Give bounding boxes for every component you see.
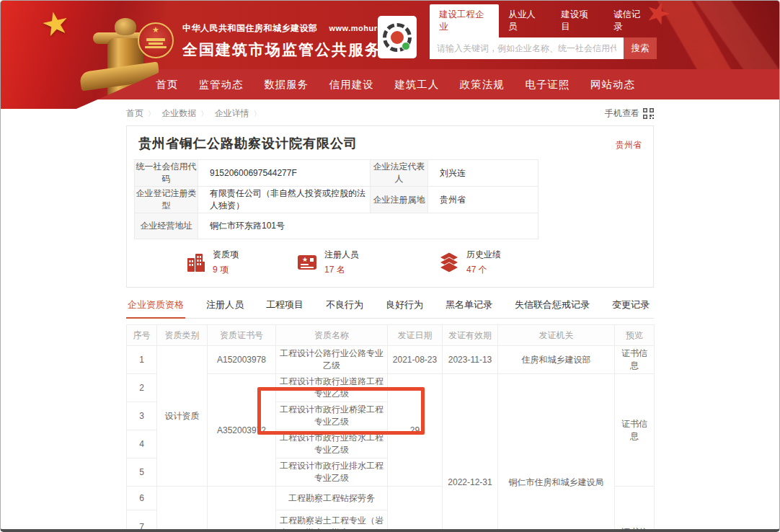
svg-text:★: ★ <box>302 256 308 263</box>
nav-item-credit[interactable]: 信用建设 <box>329 78 374 92</box>
nav-item-home[interactable]: 首页 <box>156 78 178 92</box>
stat-registered-personnel[interactable]: ★ 注册人员 17 名 <box>296 249 359 276</box>
col-qual-name: 资质名称 <box>276 325 388 346</box>
idcard-icon: ★ <box>296 252 318 273</box>
stat-label: 历史业绩 <box>466 249 501 261</box>
nav-item-policy[interactable]: 政策法规 <box>460 78 505 92</box>
stat-value: 17 名 <box>324 264 359 276</box>
national-emblem-icon: ★ <box>138 22 174 58</box>
nav-item-supervision[interactable]: 监管动态 <box>199 78 244 92</box>
search-area: 建设工程企业 从业人员 建设项目 诚信记录 搜索 <box>430 19 657 59</box>
reg-type-value: 有限责任公司（非自然人投资或控股的法人独资） <box>198 187 371 213</box>
legal-rep-label: 企业法定代表人 <box>371 160 428 187</box>
issue-date: 2021-08-23 <box>388 346 443 374</box>
credit-code-value: 91520600697544277F <box>198 160 371 187</box>
breadcrumb-enterprise-detail: 企业详情 <box>215 108 265 118</box>
qualification-name: 工程勘察岩土工程专业（岩土工程勘察（勘察））乙级 <box>276 510 388 532</box>
tab-change-records[interactable]: 变更记录 <box>611 295 651 318</box>
tab-registered-personnel[interactable]: 注册人员 <box>205 295 245 318</box>
highlight-annotation-box <box>257 387 425 435</box>
main-nav: 首页 监管动态 数据服务 信用建设 建筑工人 政策法规 电子证照 网站动态 <box>156 69 635 99</box>
page-content: 首页 企业数据 企业详情 手机查看 贵州省铜仁公路勘察设计院有限公司 贵州省 <box>126 105 654 532</box>
company-name: 贵州省铜仁公路勘察设计院有限公司 <box>138 135 358 152</box>
stat-value: 47 个 <box>466 264 501 276</box>
valid-until: 2023-11-13 <box>443 346 498 374</box>
tab-enterprise-qualification[interactable]: 企业资质资格 <box>126 295 185 319</box>
qualification-name: 工程勘察工程钻探劳务 <box>276 487 388 510</box>
search-input[interactable] <box>430 37 624 59</box>
nav-item-workers[interactable]: 建筑工人 <box>394 78 439 92</box>
tab-bad-behavior[interactable]: 不良行为 <box>324 295 365 318</box>
stat-label: 资质项 <box>213 249 239 261</box>
tab-projects[interactable]: 工程项目 <box>265 295 305 318</box>
address-value: 铜仁市环东路101号 <box>198 213 539 239</box>
breadcrumb-home[interactable]: 首页 <box>126 108 159 118</box>
tab-good-behavior[interactable]: 良好行为 <box>384 295 425 318</box>
nav-item-data-service[interactable]: 数据服务 <box>264 78 309 92</box>
company-info-table: 统一社会信用代码 91520600697544277F 企业法定代表人 刘兴连 … <box>134 159 539 239</box>
search-tab-enterprise[interactable]: 建设工程企业 <box>430 4 499 37</box>
table-header-row: 序号 资质类别 资质证书号 资质名称 发证日期 发证有效期 发证机关 预览 <box>127 325 655 346</box>
valid-until: 2022-12-31 <box>443 374 498 532</box>
qualification-name: 工程设计市政行业排水工程专业乙级 <box>276 458 388 487</box>
nav-item-site-news[interactable]: 网站动态 <box>590 78 635 92</box>
stat-history-performance[interactable]: 历史业绩 47 个 <box>438 249 501 276</box>
search-tabs: 建设工程企业 从业人员 建设项目 诚信记录 <box>430 19 657 37</box>
reg-region-label: 企业注册属地 <box>371 187 428 213</box>
qr-mini-icon <box>643 108 654 119</box>
search-tab-personnel[interactable]: 从业人员 <box>499 4 551 37</box>
cert-number: B352003972 <box>208 487 276 532</box>
category-design: 设计资质 <box>157 346 208 487</box>
building-icon <box>185 252 206 273</box>
tab-blacklist[interactable]: 黑名单记录 <box>444 295 494 318</box>
col-preview: 预览 <box>615 325 655 346</box>
company-summary-card: 贵州省铜仁公路勘察设计院有限公司 贵州省 统一社会信用代码 9152060069… <box>126 125 654 288</box>
mobile-view-button[interactable]: 手机查看 <box>605 107 654 120</box>
search-tab-credit[interactable]: 诚信记录 <box>604 4 657 37</box>
issue-date: 2021-01-28 <box>388 487 443 532</box>
tab-dishonesty-punishment[interactable]: 失信联合惩戒记录 <box>513 295 591 318</box>
province-tag: 贵州省 <box>616 139 642 151</box>
site-brand: ★ 中华人民共和国住房和城乡建设部 www.mohurd.gov.cn 全国建筑… <box>138 22 415 60</box>
stat-label: 注册人员 <box>324 249 359 261</box>
header-qr-code <box>378 16 417 58</box>
breadcrumb-enterprise-data[interactable]: 企业数据 <box>161 108 212 118</box>
col-cert-no: 资质证书号 <box>208 325 276 346</box>
certificate-info-link[interactable]: 证书信息 <box>615 374 655 487</box>
category-survey: 勘察资质 <box>157 487 208 532</box>
col-authority: 发证机关 <box>498 325 615 346</box>
breadcrumb: 首页 企业数据 企业详情 <box>126 107 265 120</box>
company-stats: 资质项 9 项 ★ 注册人员 17 名 <box>134 249 646 275</box>
search-tab-project[interactable]: 建设项目 <box>551 4 604 37</box>
certificate-info-link[interactable]: 证书信息 <box>615 487 655 532</box>
authority: 住房和城乡建设部 <box>498 346 615 374</box>
search-button[interactable]: 搜索 <box>624 37 657 59</box>
stat-qualifications[interactable]: 资质项 9 项 <box>185 249 239 276</box>
authority: 铜仁市住房和城乡建设局 <box>498 374 615 532</box>
ministry-name: 中华人民共和国住房和城乡建设部 <box>182 22 318 35</box>
detail-tabs: 企业资质资格 注册人员 工程项目 不良行为 良好行为 黑名单记录 失信联合惩戒记… <box>126 295 654 319</box>
reg-region-value: 贵州省 <box>428 187 539 213</box>
col-issue-date: 发证日期 <box>388 325 443 346</box>
col-category: 资质类别 <box>157 325 208 346</box>
gold-star-icon: ★ <box>37 2 73 44</box>
address-label: 企业经营地址 <box>135 213 198 239</box>
stat-value: 9 项 <box>213 264 239 276</box>
certificate-info-link[interactable]: 证书信息 <box>615 346 655 374</box>
layers-icon <box>438 252 460 273</box>
breadcrumb-row: 首页 企业数据 企业详情 手机查看 <box>126 105 654 121</box>
browser-window: ★ ★ ★ 中华人民共和国住房和城乡建设部 www.mohurd.gov.cn … <box>0 0 780 532</box>
site-header: ★ ★ ★ 中华人民共和国住房和城乡建设部 www.mohurd.gov.cn … <box>1 1 779 99</box>
nav-item-e-license[interactable]: 电子证照 <box>525 78 570 92</box>
col-valid-until: 发证有效期 <box>443 325 498 346</box>
reg-type-label: 企业登记注册类型 <box>135 187 198 213</box>
table-row: 1 设计资质 A152003978 工程设计公路行业公路专业乙级 2021-08… <box>127 346 655 374</box>
qualification-name: 工程设计公路行业公路专业乙级 <box>276 346 388 374</box>
legal-rep-value: 刘兴连 <box>428 160 539 187</box>
credit-code-label: 统一社会信用代码 <box>135 160 198 187</box>
cert-number: A152003978 <box>208 346 276 374</box>
qr-code-graphic <box>383 23 412 52</box>
col-no: 序号 <box>127 325 157 346</box>
mobile-view-label: 手机查看 <box>605 107 639 120</box>
